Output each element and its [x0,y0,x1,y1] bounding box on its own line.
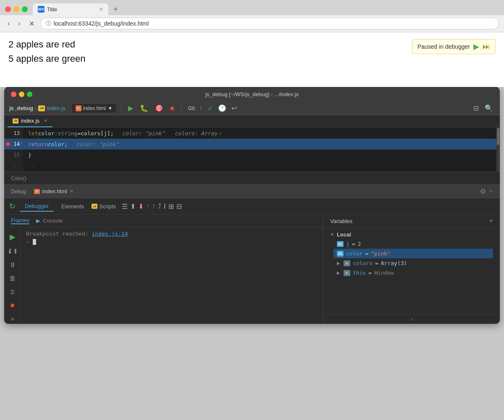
debug-stop-icon-btn[interactable]: ■ [9,300,16,311]
debug-tab-indexhtml[interactable]: H index.html ✕ [31,187,77,195]
add-variable-btn[interactable]: + [489,217,493,225]
debug-action-step-up[interactable]: ↑ [152,202,155,210]
debug-action-step-over[interactable]: ⬆ [130,202,136,210]
scrollbar-thumb[interactable] [497,128,499,145]
address-bar[interactable]: ⓘ localhost:63342/js_debug/index.html [40,18,499,29]
local-var-section: ▼ Local 01 j = 2 01 [323,228,500,280]
var-this-val: Window [374,270,394,276]
console-tab[interactable]: ▶ Console [36,218,63,224]
var-color-badge: 01 [337,251,344,257]
editor-scrollbar[interactable] [496,128,500,171]
line-14: 14 ? [4,139,23,150]
window-close-btn[interactable] [5,6,11,12]
debugger-step-btn[interactable]: ⏭ [483,42,490,51]
git-commit-btn[interactable]: ✓ [206,103,215,113]
debug-toolbar: ↻ Debugger Elements JS Scripts ☰ ⬆ ⬇ ↑ ↑… [4,198,500,215]
debugger-tab[interactable]: Debugger [20,201,54,212]
scripts-tab[interactable]: JS Scripts [92,203,116,210]
browser-tab[interactable]: WS Title ✕ [33,3,108,15]
editor-tab-indexjs[interactable]: JS index.js ✕ [8,115,52,127]
debug-tab-close-btn[interactable]: ✕ [70,189,74,194]
debug-content: Frames ▶ Console ▶ ⬇⬆ ⏸ 🗑 ⧖ ■ [4,215,500,324]
git-history-btn[interactable]: 🕐 [216,103,228,113]
line-13: 13 [4,128,23,139]
window-maximize-btn[interactable] [22,6,28,12]
run-btn[interactable]: ▶ [126,103,135,113]
var-j-val: 2 [358,241,361,247]
breadcrumb-file: JS index.js [38,105,65,111]
window-minimize-btn[interactable] [13,6,19,12]
debug-filter-icon-btn[interactable]: ⧖ [8,286,16,297]
page-content: 2 apples are red 5 apples are green Paus… [0,32,504,87]
new-tab-btn[interactable]: + [110,5,121,14]
editor-tab-close-btn[interactable]: ✕ [44,118,47,123]
search-btn[interactable]: 🔍 [483,103,495,113]
debug-action-layout[interactable]: ⊟ [176,202,182,210]
address-text: localhost:63342/js_debug/index.html [54,20,149,27]
debug-action-run-to[interactable]: ⤴ [158,202,161,210]
run-config-icon: H [76,105,81,111]
elements-tab[interactable]: Elements [56,202,89,211]
debug-action-cursor[interactable]: Ⅰ [164,202,166,210]
var-colors-val: Array(3) [381,260,407,266]
git-push-btn[interactable]: ↑ [197,104,204,113]
ide-close-btn[interactable] [11,92,16,97]
code-line-14: return color ; color: "pink" [23,139,496,150]
git-revert-btn[interactable]: ↩ [230,103,239,113]
variables-scroll[interactable]: › [323,314,500,324]
console-tab-label: Console [43,218,63,224]
debug-header: Debug: H index.html ✕ ⚙ − [4,185,500,198]
debug-btn[interactable]: 🐛 [138,103,150,113]
run-config-selector[interactable]: H index.html ▼ [72,104,116,113]
split-view-btn[interactable]: ⊟ [472,103,480,113]
debug-variables-panel: Variables + ▼ Local 01 j = [323,215,500,324]
debug-action-table[interactable]: ⊞ [168,202,174,210]
console-input-cursor[interactable] [33,239,36,245]
debug-resume-icon-btn[interactable]: ▶ [8,231,17,243]
line-16: -- [4,160,23,171]
editor-code: let color :string = colors [ j ]; color:… [23,128,496,171]
debug-minimize-btn[interactable]: − [489,187,493,195]
local-label: Local [337,231,351,238]
var-this-badge: ≡ [344,270,350,276]
debug-more-icon-btn[interactable]: » [9,313,16,324]
var-color[interactable]: 01 color = "pink" [333,249,493,258]
address-info-icon: ⓘ [46,20,51,27]
var-j-eq: = [352,241,355,247]
breakpoint-text: Breakpoint reached: [26,231,89,237]
var-colors[interactable]: ▶ ≡ colors = Array(3) [333,258,493,268]
debug-action-1[interactable]: ☰ [122,202,128,210]
back-btn[interactable]: ‹ [5,19,12,28]
ide-maximize-btn[interactable] [27,92,32,97]
line-15: 15 [4,150,23,160]
local-section-header[interactable]: ▼ Local [330,230,493,239]
breakpoint-link[interactable]: index.js:14 [92,231,128,237]
editor-breadcrumb-fn: Color() [11,176,26,181]
var-color-val: "pink" [371,250,391,257]
scripts-icon: JS [92,204,97,209]
tab-close-btn[interactable]: ✕ [99,6,103,12]
var-colors-expand-icon: ▶ [337,261,340,265]
debug-refresh-btn[interactable]: ↻ [8,200,17,213]
var-j[interactable]: 01 j = 2 [333,239,493,249]
debug-label: Debug: [11,189,27,194]
ide-window-controls [11,92,32,97]
var-this[interactable]: ▶ ≡ this = Window [333,268,493,278]
var-colors-badge: ≡ [344,260,350,266]
stop-btn[interactable]: ■ [168,104,176,113]
debug-trash-icon-btn[interactable]: 🗑 [8,273,18,284]
page-line-2: 5 apples are green [8,53,496,64]
var-this-name: this [353,270,366,276]
debug-settings-btn[interactable]: ⚙ [480,187,486,195]
ide-minimize-btn[interactable] [19,92,24,97]
coverage-btn[interactable]: 🎯 [153,103,165,113]
tab-favicon: WS [38,6,45,13]
frames-tab[interactable]: Frames [11,217,29,224]
debug-action-step-out[interactable]: ↑ [146,202,150,210]
debug-pause-icon-btn[interactable]: ⏸ [8,260,18,270]
debugger-resume-btn[interactable]: ▶ [473,42,479,51]
debug-frames-icon-btn[interactable]: ⬇⬆ [5,246,20,257]
debug-action-step-into[interactable]: ⬇ [138,202,144,210]
close-btn[interactable]: ✕ [26,19,37,29]
forward-btn[interactable]: › [16,19,23,28]
